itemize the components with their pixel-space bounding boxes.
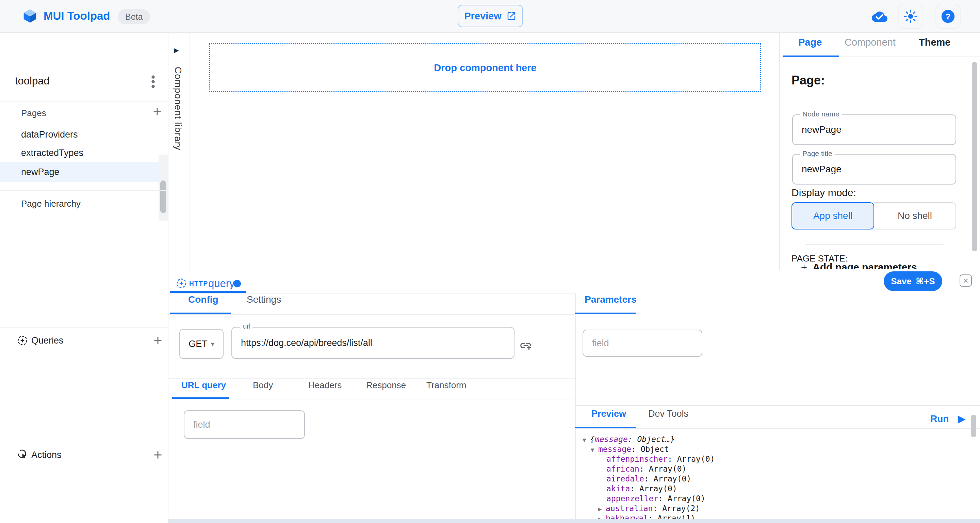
- theme-toggle-button[interactable]: [898, 4, 923, 29]
- sidebar-item-newpage[interactable]: newPage: [0, 162, 159, 182]
- url-query-field-input[interactable]: [185, 411, 304, 438]
- save-shortcut-label: ⌘+S: [916, 276, 935, 287]
- query-type-icon: [176, 278, 187, 289]
- tab-page[interactable]: Page: [798, 37, 822, 48]
- mui-toolpad-window: MUI Toolpad Beta Preview: [0, 0, 980, 523]
- json-separator: :: [631, 445, 641, 454]
- node-name-input[interactable]: [793, 115, 956, 144]
- display-mode-app-shell[interactable]: App shell: [791, 202, 874, 230]
- display-mode-no-shell[interactable]: No shell: [874, 202, 956, 230]
- pages-scrollbar-thumb[interactable]: [160, 180, 166, 213]
- json-entry-row: akita: Array(0): [582, 484, 677, 494]
- project-menu-kebab-icon[interactable]: [147, 74, 159, 89]
- chevron-down-icon: ▾: [211, 340, 215, 348]
- drop-component-zone[interactable]: Drop component here: [209, 43, 761, 92]
- app-header: MUI Toolpad Beta Preview: [0, 0, 980, 33]
- run-button-label: Run: [930, 413, 949, 424]
- project-name: toolpad: [15, 75, 50, 87]
- tab-theme[interactable]: Theme: [919, 37, 950, 48]
- add-query-button[interactable]: [152, 334, 164, 347]
- json-node-key: message: [598, 445, 631, 454]
- add-link-icon[interactable]: [519, 339, 532, 352]
- page-title-label: Page title: [800, 150, 835, 158]
- play-icon: ▶: [958, 413, 966, 424]
- actions-section-label: Actions: [31, 450, 62, 460]
- page-title-field: Page title: [792, 154, 956, 185]
- drop-component-text: Drop component here: [434, 62, 536, 73]
- url-query-field: [184, 410, 305, 439]
- open-in-new-icon: [506, 11, 517, 21]
- query-editor-dock: [169, 269, 980, 523]
- save-button-label: Save: [891, 276, 912, 287]
- json-value: Array(0): [668, 494, 705, 503]
- preview-button[interactable]: Preview: [458, 5, 523, 27]
- add-page-parameters-clipped: Add page parameters: [779, 261, 970, 269]
- json-separator: :: [653, 504, 662, 513]
- tab-config[interactable]: Config: [188, 294, 218, 305]
- sidebar-item-dataproviders[interactable]: dataProviders: [0, 125, 159, 144]
- inspector-heading: Page:: [791, 73, 825, 88]
- tab-page-underline: [783, 56, 839, 57]
- cloud-sync-icon: [872, 10, 888, 23]
- mui-toolpad-logo-icon: [22, 9, 37, 23]
- subtab-url-query[interactable]: URL query: [181, 380, 226, 391]
- tab-preview[interactable]: Preview: [592, 408, 626, 419]
- subtab-headers[interactable]: Headers: [308, 380, 342, 391]
- run-button[interactable]: Run ▶: [930, 413, 966, 424]
- subtab-body[interactable]: Body: [253, 380, 273, 391]
- url-input[interactable]: [232, 328, 514, 358]
- tab-parameters[interactable]: Parameters: [585, 294, 637, 305]
- expand-toggle-icon[interactable]: ▶: [598, 504, 606, 514]
- help-button[interactable]: ?: [935, 4, 961, 29]
- query-protocol-badge: HTTP: [189, 280, 208, 287]
- dock-bottom-scrollbar-track[interactable]: [169, 519, 980, 523]
- subtab-response[interactable]: Response: [366, 380, 406, 391]
- json-key: airedale: [606, 474, 644, 483]
- actions-icon: [17, 449, 28, 460]
- url-field-label: url: [240, 322, 253, 330]
- close-panel-button[interactable]: ×: [959, 274, 972, 287]
- inspector-scrollbar-thumb[interactable]: [972, 62, 977, 251]
- json-value: Array(0): [677, 454, 715, 463]
- json-key: australian: [606, 504, 653, 513]
- json-separator: :: [644, 474, 654, 483]
- json-root-key: message: [595, 435, 628, 444]
- beta-badge: Beta: [118, 9, 150, 24]
- method-select[interactable]: GET ▾: [179, 329, 224, 359]
- component-library-panel[interactable]: ▶ Component library: [169, 33, 190, 269]
- parameters-field: [582, 330, 702, 357]
- subtab-transform[interactable]: Transform: [426, 380, 466, 391]
- parameters-field-input[interactable]: [583, 330, 702, 356]
- queries-section-label: Queries: [31, 335, 64, 346]
- json-separator: :: [640, 464, 649, 473]
- app-title: MUI Toolpad: [43, 10, 110, 22]
- expand-toggle-icon[interactable]: ▼: [582, 435, 590, 445]
- add-action-button[interactable]: [152, 449, 164, 461]
- add-page-parameters-button[interactable]: Add page parameters: [813, 262, 917, 269]
- json-entry-row: appenzeller: Array(0): [582, 494, 705, 504]
- light-mode-sun-icon: [904, 10, 917, 23]
- json-separator: :: [658, 494, 668, 503]
- query-tab[interactable]: query: [208, 277, 235, 290]
- json-root-row: ▼{message: Object…}: [582, 434, 675, 444]
- display-mode-toggle: App shell No shell: [791, 202, 956, 230]
- save-button[interactable]: Save ⌘+S: [884, 271, 942, 291]
- json-entry-row: airedale: Array(0): [582, 474, 691, 484]
- display-mode-label: Display mode:: [791, 187, 856, 199]
- preview-scrollbar-thumb[interactable]: [971, 415, 976, 437]
- json-value: Array(2): [662, 504, 700, 513]
- expand-toggle-icon[interactable]: ▼: [591, 445, 598, 455]
- add-icon: [800, 263, 808, 269]
- json-key: african: [606, 464, 640, 473]
- json-node-value: Object: [641, 445, 669, 454]
- component-library-expand-icon[interactable]: ▶: [174, 46, 179, 54]
- tab-settings[interactable]: Settings: [247, 294, 281, 305]
- tab-dev-tools[interactable]: Dev Tools: [648, 408, 688, 419]
- json-root-prefix: {: [590, 435, 595, 444]
- json-root-suffix: : Object…}: [628, 435, 675, 444]
- sidebar-item-extractedtypes[interactable]: extractedTypes: [0, 144, 159, 162]
- json-entry-row: african: Array(0): [582, 464, 686, 474]
- page-title-input[interactable]: [793, 155, 956, 184]
- add-page-button[interactable]: [151, 105, 163, 118]
- tab-component[interactable]: Component: [845, 37, 896, 48]
